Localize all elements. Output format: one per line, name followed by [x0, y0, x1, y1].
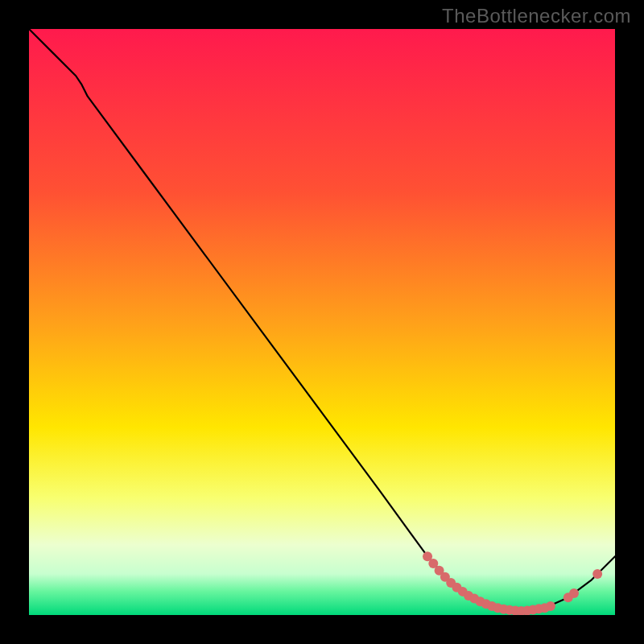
plot-svg — [29, 29, 615, 615]
chart-container: TheBottlenecker.com — [0, 0, 644, 644]
svg-point-25 — [592, 569, 602, 579]
svg-point-22 — [546, 601, 555, 611]
svg-point-24 — [569, 588, 579, 598]
credit-label: TheBottlenecker.com — [442, 5, 631, 27]
svg-rect-0 — [29, 29, 615, 615]
plot-area — [29, 29, 615, 615]
